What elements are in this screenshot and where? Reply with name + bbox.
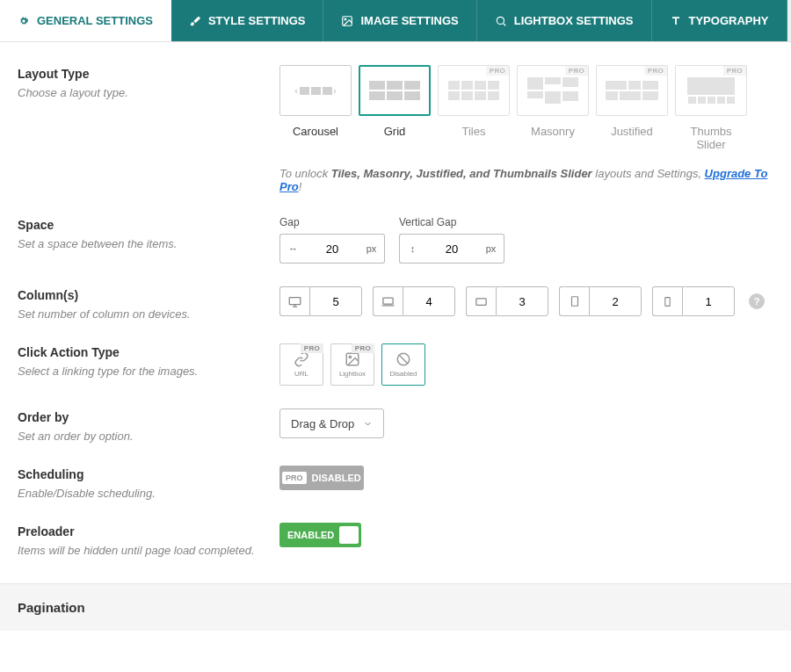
gear-icon (18, 15, 30, 27)
pro-badge: PRO (565, 66, 588, 76)
label-preloader: Preloader (18, 524, 262, 538)
tablet-landscape-icon (466, 286, 496, 316)
laptop-icon (373, 286, 403, 316)
tab-style-settings[interactable]: STYLE SETTINGS (171, 0, 324, 41)
click-label: Disabled (389, 370, 417, 378)
click-label: Lightbox (339, 370, 366, 378)
row-scheduling: Scheduling Enable/Disable scheduling. PR… (18, 443, 773, 500)
tab-label: IMAGE SETTINGS (360, 14, 458, 27)
image-icon (341, 15, 353, 27)
tab-label: TYPOGRAPHY (689, 14, 769, 27)
chevron-right-icon: › (333, 85, 337, 96)
click-option-url[interactable]: PRO URL (279, 343, 323, 386)
unit-label: px (478, 234, 504, 264)
layout-option-thumbs-slider[interactable]: PRO (675, 65, 747, 116)
horizontal-arrow-icon: ↔ (279, 234, 306, 264)
layout-name: Masonry (517, 125, 589, 138)
vertical-gap-input[interactable] (425, 234, 478, 264)
row-layout-type: Layout Type Choose a layout type. ‹ › Ca… (18, 42, 773, 193)
mobile-icon (652, 286, 682, 316)
row-preloader: Preloader Items will be hidden until pag… (18, 500, 773, 557)
image-icon (345, 351, 360, 367)
scheduling-toggle[interactable]: PRO DISABLED (279, 466, 364, 490)
svg-rect-4 (383, 298, 393, 304)
layout-option-tiles[interactable]: PRO (438, 65, 510, 116)
settings-tabs: GENERAL SETTINGS STYLE SETTINGS IMAGE SE… (0, 0, 791, 42)
tab-general-settings[interactable]: GENERAL SETTINGS (0, 0, 171, 41)
font-icon (670, 15, 682, 27)
layout-name: Justified (596, 125, 668, 138)
tab-typography[interactable]: TYPOGRAPHY (652, 0, 787, 41)
row-columns: Column(s) Set number of column on device… (18, 264, 773, 321)
pro-badge: PRO (723, 66, 746, 76)
gap-input[interactable] (306, 234, 359, 264)
chevron-down-icon (363, 419, 373, 429)
label-space: Space (18, 218, 262, 232)
svg-rect-5 (476, 298, 486, 305)
layout-option-grid[interactable] (359, 65, 431, 116)
layout-name: Grid (359, 125, 431, 138)
row-orderby: Order by Set an order by option. Drag & … (18, 386, 773, 443)
tab-label: LIGHTBOX SETTINGS (514, 14, 634, 27)
row-space: Space Set a space between the items. Gap… (18, 193, 773, 264)
click-label: URL (294, 370, 308, 378)
svg-point-1 (345, 18, 347, 20)
section-pagination: Pagination (0, 583, 791, 631)
columns-laptop-input[interactable] (403, 286, 455, 316)
tab-label: STYLE SETTINGS (208, 14, 306, 27)
toggle-state: DISABLED (312, 473, 361, 483)
label-columns: Column(s) (18, 288, 262, 302)
desktop-icon (279, 286, 309, 316)
columns-desktop-input[interactable] (309, 286, 362, 316)
tab-image-settings[interactable]: IMAGE SETTINGS (323, 0, 476, 41)
layout-option-carousel[interactable]: ‹ › (279, 65, 352, 116)
gap-label: Gap (279, 216, 385, 228)
svg-rect-7 (665, 297, 670, 306)
tablet-portrait-icon (559, 286, 589, 316)
columns-mobile-input[interactable] (682, 286, 735, 316)
desc-orderby: Set an order by option. (18, 430, 262, 443)
vgap-label: Vertical Gap (399, 216, 504, 228)
row-click-action: Click Action Type Select a linking type … (18, 321, 773, 386)
select-value: Drag & Drop (291, 417, 354, 430)
unit-label: px (359, 234, 385, 264)
toggle-state: ENABLED (282, 530, 334, 540)
upsell-message: To unlock Tiles, Masonry, Justified, and… (279, 167, 773, 193)
label-orderby: Order by (18, 410, 262, 424)
columns-tablet-portrait-input[interactable] (589, 286, 642, 316)
label-layout-type: Layout Type (18, 67, 262, 81)
desc-preloader: Items will be hidden until page load com… (18, 544, 262, 557)
layout-option-justified[interactable]: PRO (596, 65, 668, 116)
click-option-disabled[interactable]: Disabled (381, 343, 425, 386)
orderby-select[interactable]: Drag & Drop (279, 408, 384, 438)
pro-badge: PRO (644, 66, 667, 76)
pro-badge: PRO (352, 343, 374, 353)
layout-name: Carousel (279, 125, 352, 138)
svg-point-2 (497, 17, 504, 24)
tab-lightbox-settings[interactable]: LIGHTBOX SETTINGS (477, 0, 652, 41)
pro-badge: PRO (301, 343, 323, 353)
layout-name: Thumbs Slider (675, 125, 747, 151)
label-click-action: Click Action Type (18, 345, 262, 359)
svg-point-9 (349, 356, 351, 358)
preloader-toggle[interactable]: ENABLED (279, 523, 361, 547)
desc-click-action: Select a linking type for the images. (18, 365, 262, 378)
click-option-lightbox[interactable]: PRO Lightbox (330, 343, 374, 386)
desc-layout-type: Choose a layout type. (18, 86, 262, 99)
layout-option-masonry[interactable]: PRO (517, 65, 589, 116)
svg-rect-3 (289, 297, 301, 304)
link-icon (294, 351, 309, 367)
desc-scheduling: Enable/Disable scheduling. (18, 487, 262, 500)
pro-badge: PRO (282, 472, 307, 484)
disabled-icon (396, 351, 411, 367)
layout-name: Tiles (438, 125, 510, 138)
help-icon[interactable]: ? (749, 293, 765, 309)
columns-tablet-landscape-input[interactable] (496, 286, 548, 316)
desc-columns: Set number of column on devices. (18, 307, 262, 321)
vertical-arrow-icon: ↕ (399, 234, 425, 264)
search-icon (495, 15, 507, 27)
pro-badge: PRO (486, 66, 509, 76)
svg-rect-6 (571, 297, 577, 307)
desc-space: Set a space between the items. (18, 237, 262, 250)
label-scheduling: Scheduling (18, 467, 262, 481)
